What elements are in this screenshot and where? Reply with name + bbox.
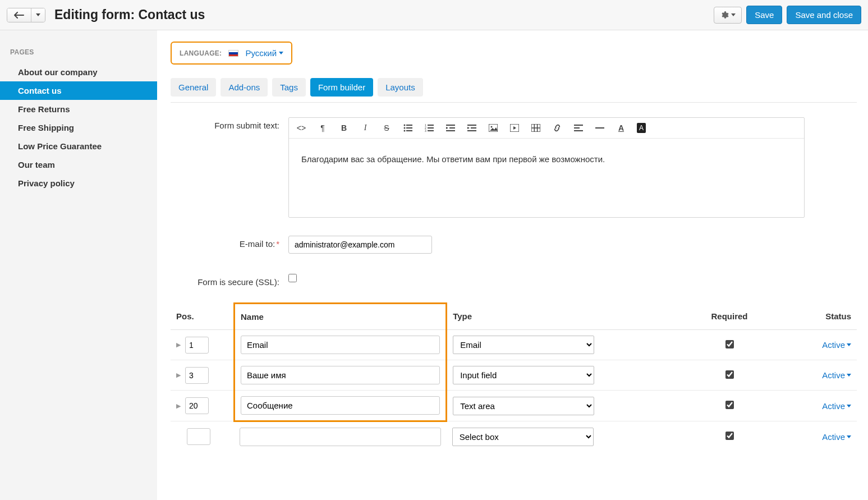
save-and-close-button[interactable]: Save and close	[787, 6, 861, 24]
tab[interactable]: Add-ons	[221, 78, 268, 97]
sidebar-header: PAGES	[0, 44, 157, 63]
required-checkbox[interactable]	[725, 340, 734, 348]
status-dropdown[interactable]: Active	[822, 370, 851, 380]
sidebar-item[interactable]: Our team	[0, 155, 157, 174]
tab[interactable]: Form builder	[310, 78, 373, 97]
tabs: GeneralAdd-onsTagsForm builderLayouts	[171, 78, 857, 103]
video-icon[interactable]	[509, 122, 520, 134]
ssl-label: Form is secure (SSL):	[171, 274, 288, 287]
status-label: Active	[822, 340, 845, 350]
align-icon[interactable]	[573, 122, 584, 134]
top-bar: Editing form: Contact us Save Save and c…	[0, 0, 868, 30]
rich-text-editor: <> ¶ B I S 123 A A	[288, 117, 805, 218]
svg-rect-13	[449, 127, 455, 129]
table-row: ▶EmailInput fieldText areaSelect boxActi…	[171, 330, 857, 360]
sidebar-item[interactable]: Contact us	[0, 81, 157, 100]
email-to-label: E-mail to:*	[171, 236, 288, 249]
expand-row-icon[interactable]: ▶	[176, 341, 181, 348]
gear-icon	[720, 11, 729, 20]
sidebar-item[interactable]: Privacy policy	[0, 174, 157, 192]
code-view-icon[interactable]: <>	[296, 122, 307, 134]
position-input[interactable]	[185, 337, 209, 354]
tab[interactable]: Tags	[272, 78, 306, 97]
language-name: Русский	[245, 48, 277, 58]
field-name-input[interactable]	[241, 366, 440, 384]
expand-row-icon[interactable]: ▶	[176, 402, 181, 410]
background-color-icon[interactable]: A	[637, 123, 646, 133]
ordered-list-icon[interactable]: 123	[424, 122, 435, 134]
field-name-input[interactable]	[240, 428, 440, 446]
position-input[interactable]	[185, 397, 209, 414]
required-indicator: *	[276, 239, 279, 249]
sidebar-item-label[interactable]: Free Returns	[18, 104, 70, 114]
back-dropdown-button[interactable]	[31, 8, 45, 22]
field-name-input[interactable]	[241, 336, 440, 354]
horizontal-rule-icon[interactable]	[594, 122, 605, 134]
back-button[interactable]	[7, 8, 31, 22]
status-label: Active	[822, 401, 845, 411]
image-icon[interactable]	[488, 122, 499, 134]
link-icon[interactable]	[552, 122, 563, 134]
sidebar-item[interactable]: Free Returns	[0, 100, 157, 118]
th-type: Type	[447, 304, 687, 330]
field-type-select[interactable]: EmailInput fieldText areaSelect box	[453, 336, 594, 354]
sidebar-item[interactable]: Free Shipping	[0, 118, 157, 137]
svg-rect-3	[406, 127, 412, 129]
paragraph-icon[interactable]: ¶	[317, 122, 328, 134]
field-type-select[interactable]: EmailInput fieldText areaSelect box	[453, 366, 594, 384]
indent-icon[interactable]	[466, 122, 477, 134]
field-name-input[interactable]	[241, 396, 440, 415]
svg-rect-25	[574, 125, 583, 126]
svg-rect-5	[406, 130, 412, 131]
status-dropdown[interactable]: Active	[822, 401, 851, 411]
required-checkbox[interactable]	[725, 401, 734, 409]
sidebar-item-label[interactable]: Privacy policy	[18, 178, 75, 188]
tab[interactable]: General	[171, 78, 216, 97]
ssl-row: Form is secure (SSL):	[171, 274, 857, 287]
tab[interactable]: Layouts	[378, 78, 423, 97]
sidebar-item-label[interactable]: About our company	[18, 67, 98, 77]
strikethrough-icon[interactable]: S	[381, 122, 392, 134]
top-bar-left: Editing form: Contact us	[7, 7, 205, 22]
caret-down-icon	[847, 405, 851, 407]
main-layout: PAGES About our companyContact usFree Re…	[0, 30, 868, 500]
svg-text:3: 3	[425, 129, 426, 132]
expand-row-icon[interactable]: ▶	[176, 371, 181, 379]
field-type-select[interactable]: EmailInput fieldText areaSelect box	[453, 397, 594, 415]
position-input[interactable]	[187, 428, 210, 445]
bold-icon[interactable]: B	[338, 122, 350, 134]
field-type-select[interactable]: EmailInput fieldText areaSelect box	[452, 428, 594, 446]
ssl-checkbox[interactable]	[288, 274, 297, 282]
language-selector[interactable]: LANGUAGE: Русский	[171, 42, 292, 65]
status-label: Active	[822, 370, 845, 380]
save-button[interactable]: Save	[746, 6, 782, 24]
caret-down-icon	[847, 374, 851, 377]
italic-icon[interactable]: I	[360, 122, 371, 134]
email-to-input[interactable]	[288, 236, 432, 254]
outdent-icon[interactable]	[445, 122, 456, 134]
settings-button[interactable]	[714, 7, 742, 24]
editor-toolbar: <> ¶ B I S 123 A A	[289, 118, 804, 139]
page-title: Editing form: Contact us	[54, 7, 205, 22]
position-input[interactable]	[185, 367, 209, 384]
sidebar-item-label[interactable]: Our team	[18, 160, 55, 169]
unordered-list-icon[interactable]	[402, 122, 414, 134]
required-checkbox[interactable]	[725, 432, 734, 440]
sidebar-item-label[interactable]: Contact us	[18, 86, 62, 95]
svg-point-4	[404, 130, 406, 132]
required-checkbox[interactable]	[725, 370, 734, 379]
editor-content[interactable]: Благодарим вас за обращение. Мы ответим …	[289, 139, 804, 217]
language-name-dropdown[interactable]: Русский	[245, 48, 283, 58]
caret-down-icon	[847, 343, 851, 346]
text-color-icon[interactable]: A	[616, 122, 627, 134]
caret-down-icon	[36, 13, 40, 16]
back-button-group	[7, 8, 45, 22]
table-icon[interactable]	[530, 122, 541, 134]
svg-rect-7	[428, 125, 434, 126]
status-dropdown[interactable]: Active	[822, 340, 851, 350]
sidebar-item-label[interactable]: Free Shipping	[18, 123, 74, 132]
sidebar-item-label[interactable]: Low Price Guarantee	[18, 141, 102, 151]
status-dropdown[interactable]: Active	[822, 432, 851, 442]
sidebar-item[interactable]: Low Price Guarantee	[0, 137, 157, 155]
sidebar-item[interactable]: About our company	[0, 63, 157, 81]
